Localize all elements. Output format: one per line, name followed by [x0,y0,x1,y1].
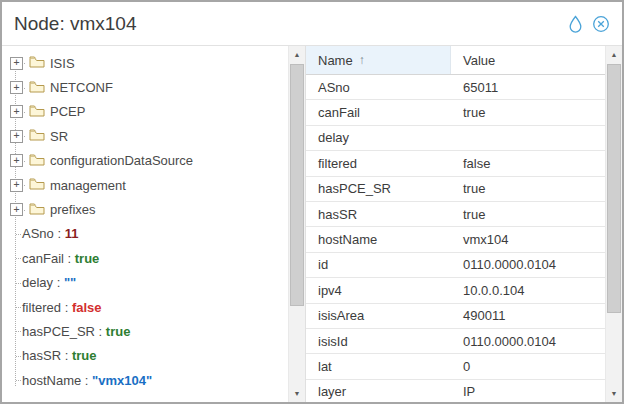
folder-icon [29,153,45,169]
table-scrollbar[interactable]: ▲ ▼ [605,46,622,402]
folder-icon [29,177,45,193]
grid-row[interactable]: filtered false [306,151,605,176]
expand-plus-icon[interactable]: + [10,179,23,192]
tree-leaf-key: ASno [22,226,54,241]
tree-leaf-value: true [106,324,131,339]
table-scroll-down-icon[interactable]: ▼ [606,385,622,402]
tree-leaf-separator: : [54,226,65,241]
table-scroll-up-icon[interactable]: ▲ [606,46,622,63]
column-header-value[interactable]: Value [451,46,605,74]
grid-row[interactable]: hasPCE_SR true [306,177,605,202]
tree-leaf-separator: : [61,300,72,315]
tree-folder-item[interactable]: + prefixes [8,197,288,221]
sort-ascending-icon: ↑ [359,53,365,67]
expand-plus-icon[interactable]: + [10,57,23,70]
tree-leaf-item[interactable]: hostName : "vmx104" [8,368,288,392]
grid-cell-value: false [451,156,605,171]
expand-plus-icon[interactable]: + [10,203,23,216]
tree-scroll-down-icon[interactable]: ▼ [289,385,305,402]
grid-row[interactable]: isisArea 490011 [306,304,605,329]
grid-cell-value: IP [451,384,605,399]
tree-leaf-text: filtered : false [22,300,106,315]
tree-folder-label: prefixes [50,202,96,217]
tree-leaf-item[interactable]: ASno : 11 [8,222,288,246]
tree-scrollbar[interactable]: ▲ ▼ [288,46,305,402]
tree-folder-item[interactable]: + management [8,173,288,197]
tree-leaf-key: filtered [22,300,61,315]
tree-leaf-key: hasSR [22,348,61,363]
grid-body: ASno 65011 canFail true delay [306,75,605,402]
tree-leaf-value: true [72,348,97,363]
grid-cell-name: hostName [306,232,451,247]
expand-plus-icon[interactable]: + [10,81,23,94]
grid-cell-name: lat [306,359,451,374]
tree-leaf-separator: : [81,373,92,388]
table-scroll-thumb[interactable] [607,64,621,313]
tree-leaf-text: ASno : 11 [22,226,82,241]
grid-cell-name: isisId [306,334,451,349]
column-header-name[interactable]: Name ↑ [306,46,451,74]
tree-leaf-value: "" [64,275,76,290]
close-icon[interactable] [592,15,610,33]
grid-row[interactable]: ASno 65011 [306,75,605,100]
tree-leaf-separator: : [53,275,64,290]
tree-scroll-thumb[interactable] [290,64,304,306]
tree-folder-label: PCEP [50,104,85,119]
folder-icon [29,104,45,120]
grid-row[interactable]: canFail true [306,100,605,125]
grid-cell-name: isisArea [306,308,451,323]
tree-leaf-value: "vmx104" [92,373,152,388]
grid-row[interactable]: hostName vmx104 [306,227,605,252]
titlebar-icons [568,15,610,33]
tree-leaf-list: ASno : 11 canFail : true delay : "" [8,222,288,393]
expand-plus-icon[interactable]: + [10,154,23,167]
screenshot-root: Node: vmx104 [0,0,624,404]
tree-leaf-item[interactable]: canFail : true [8,246,288,270]
tree-leaf-key: hostName [22,373,81,388]
tree-leaf-separator: : [64,251,75,266]
tree-scroll-up-icon[interactable]: ▲ [289,46,305,63]
node-details-dialog: Node: vmx104 [0,0,624,404]
tree-folder-list: + ISIS + [8,51,288,222]
tree-folder-label: SR [50,129,68,144]
grid-cell-name: ipv4 [306,283,451,298]
tree-leaf-item[interactable]: hasPCE_SR : true [8,319,288,343]
tree-folder-item[interactable]: + NETCONF [8,75,288,99]
tree-leaf-value: true [75,251,100,266]
grid-cell-value: true [451,105,605,120]
grid-row[interactable]: ipv4 10.0.0.104 [306,278,605,303]
expand-plus-icon[interactable]: + [10,105,23,118]
tree-folder-label: NETCONF [50,80,113,95]
grid-cell-name: hasPCE_SR [306,181,451,196]
expand-plus-icon[interactable]: + [10,130,23,143]
grid-cell-name: ASno [306,80,451,95]
folder-icon [29,202,45,218]
dialog-body: + ISIS + [2,46,622,402]
tree-folder-item[interactable]: + ISIS [8,51,288,75]
table-pane: Name ↑ Value ASno 65011 [306,46,622,402]
grid-cell-name: delay [306,130,451,145]
droplet-icon[interactable] [568,15,583,33]
tree-leaf-item[interactable]: delay : "" [8,271,288,295]
folder-icon [29,128,45,144]
grid-row[interactable]: delay [306,126,605,151]
grid-row[interactable]: isisId 0110.0000.0104 [306,329,605,354]
tree-folder-item[interactable]: + configurationDataSource [8,149,288,173]
grid-row[interactable]: id 0110.0000.0104 [306,253,605,278]
tree-folder-label: configurationDataSource [50,153,193,168]
dialog-titlebar: Node: vmx104 [2,2,622,46]
grid-cell-name: canFail [306,105,451,120]
tree-folder-item[interactable]: + PCEP [8,100,288,124]
grid-row[interactable]: layer IP [306,380,605,402]
tree-folder-item[interactable]: + SR [8,124,288,148]
tree-leaf-item[interactable]: hasSR : true [8,344,288,368]
grid-row[interactable]: lat 0 [306,354,605,379]
grid-row[interactable]: hasSR true [306,202,605,227]
grid-cell-value: vmx104 [451,232,605,247]
grid-cell-value: 10.0.0.104 [451,283,605,298]
grid-cell-value: true [451,181,605,196]
tree-leaf-text: delay : "" [22,275,80,290]
grid-cell-value: 65011 [451,80,605,95]
tree-leaf-item[interactable]: filtered : false [8,295,288,319]
tree-folder-label: management [50,178,126,193]
